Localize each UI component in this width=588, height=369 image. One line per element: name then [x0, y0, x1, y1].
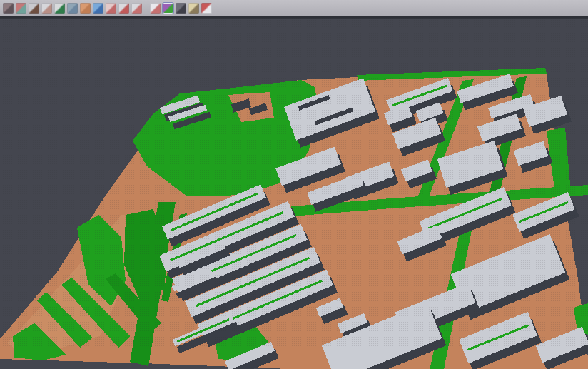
georeference-globe-icon[interactable]	[93, 3, 103, 14]
application-window	[0, 0, 588, 369]
main-toolbar	[0, 0, 588, 18]
mask-region-icon[interactable]	[150, 3, 161, 14]
texture-map-icon[interactable]	[188, 3, 199, 14]
selection-bounds-icon[interactable]	[131, 3, 142, 14]
toolbar-separator	[143, 3, 148, 14]
terrain-model-icon[interactable]	[29, 3, 39, 14]
dem-surface-icon[interactable]	[54, 3, 65, 14]
orthophoto-icon[interactable]	[80, 3, 91, 14]
layer-stack-icon[interactable]	[106, 3, 116, 14]
delete-class-icon[interactable]	[201, 3, 212, 14]
point-cloud-icon[interactable]	[41, 3, 52, 14]
open-project-icon[interactable]	[3, 3, 14, 14]
3d-viewport[interactable]	[0, 18, 588, 369]
profile-section-icon[interactable]	[67, 3, 78, 14]
classification-view-icon[interactable]	[163, 3, 173, 14]
mesh-sphere-icon[interactable]	[176, 3, 186, 14]
align-clouds-icon[interactable]	[16, 3, 26, 14]
point-cloud-scene	[0, 19, 588, 369]
target-marker-icon[interactable]	[118, 3, 129, 14]
